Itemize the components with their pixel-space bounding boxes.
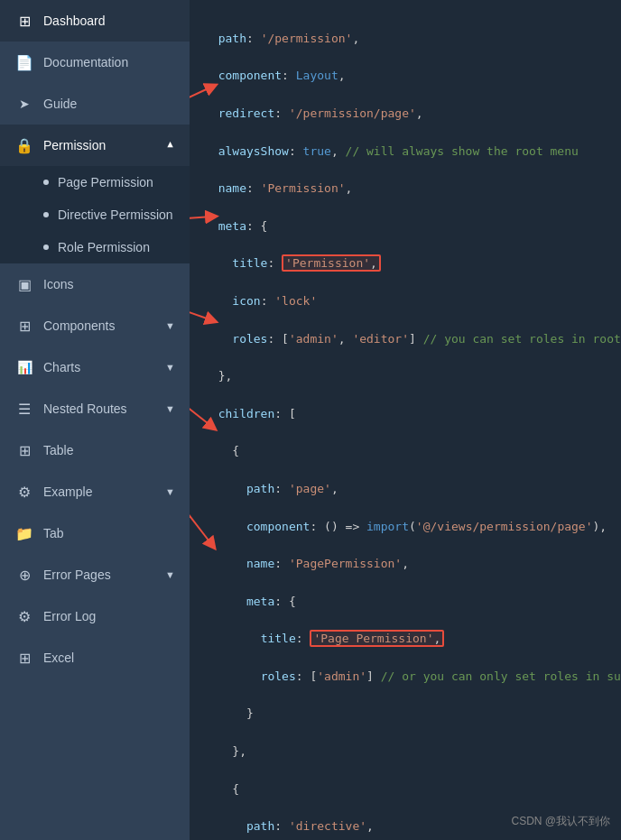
lock-icon: 🔒 (14, 135, 34, 155)
sidebar-item-documentation[interactable]: 📄 Documentation (0, 42, 190, 83)
components-icon: ⊞ (14, 316, 34, 336)
sidebar-item-table[interactable]: ⊞ Table (0, 429, 190, 471)
sidebar-label-error-pages: Error Pages (43, 568, 162, 582)
submenu-label-directive-permission: Directive Permission (58, 208, 173, 222)
nested-routes-arrow: ▼ (165, 403, 175, 414)
charts-arrow: ▼ (165, 362, 175, 373)
submenu-item-directive-permission[interactable]: Directive Permission (0, 198, 190, 231)
tab-icon: 📁 (14, 523, 34, 543)
sidebar-item-nested-routes[interactable]: ☰ Nested Routes ▼ (0, 388, 190, 429)
charts-icon: 📊 (14, 357, 34, 377)
code-line: children: [ (204, 405, 607, 424)
documentation-icon: 📄 (14, 52, 34, 72)
sidebar-label-guide: Guide (43, 97, 175, 111)
sidebar-label-dashboard: Dashboard (43, 14, 175, 28)
sidebar-item-permission[interactable]: 🔒 Permission ▼ (0, 125, 190, 166)
sidebar-item-guide[interactable]: ➤ Guide (0, 83, 190, 125)
sidebar-label-table: Table (43, 443, 175, 457)
error-pages-icon: ⊕ (14, 565, 34, 585)
sidebar-item-icons[interactable]: ▣ Icons (0, 263, 190, 305)
guide-icon: ➤ (14, 94, 34, 114)
excel-icon: ⊞ (14, 648, 34, 668)
dashboard-icon: ⊞ (14, 11, 34, 31)
submenu-label-role-permission: Role Permission (58, 240, 150, 254)
code-line: redirect: '/permission/page', (204, 105, 607, 124)
code-line: alwaysShow: true, // will always show th… (204, 143, 607, 162)
sidebar-label-excel: Excel (43, 651, 175, 665)
code-line: path: 'page', (204, 480, 607, 499)
dot-icon (43, 212, 49, 217)
code-line: roles: ['admin', 'editor'] // you can se… (204, 330, 607, 349)
dot-icon (43, 245, 49, 250)
example-arrow: ▼ (165, 486, 175, 497)
error-pages-arrow: ▼ (165, 569, 175, 580)
code-line-title-permission: title: 'Permission', (204, 254, 607, 273)
sidebar-item-components[interactable]: ⊞ Components ▼ (0, 305, 190, 346)
code-line: }, (204, 367, 607, 386)
sidebar-label-tab: Tab (43, 526, 175, 540)
sidebar: ⊞ Dashboard 📄 Documentation ➤ Guide 🔒 Pe… (0, 0, 190, 840)
sidebar-label-components: Components (43, 318, 162, 333)
code-line: meta: { (204, 217, 607, 236)
code-line: { (204, 442, 607, 461)
code-line: icon: 'lock' (204, 292, 607, 311)
table-icon: ⊞ (14, 440, 34, 460)
code-line: path: '/permission', (204, 30, 607, 49)
code-line: { (204, 780, 607, 799)
submenu-item-page-permission[interactable]: Page Permission (0, 166, 190, 198)
sidebar-item-error-log[interactable]: ⚙ Error Log (0, 595, 190, 637)
sidebar-item-charts[interactable]: 📊 Charts ▼ (0, 346, 190, 388)
code-line: name: 'PagePermission', (204, 555, 607, 574)
code-line: }, (204, 743, 607, 762)
sidebar-label-error-log: Error Log (43, 609, 175, 623)
sidebar-label-charts: Charts (43, 360, 162, 374)
components-arrow: ▼ (165, 320, 175, 331)
icons-icon: ▣ (14, 274, 34, 294)
code-area[interactable]: path: '/permission', component: Layout, … (190, 0, 621, 840)
sidebar-item-tab[interactable]: 📁 Tab (0, 512, 190, 554)
dot-icon (43, 180, 49, 185)
permission-arrow: ▼ (165, 140, 175, 151)
sidebar-label-icons: Icons (43, 277, 175, 291)
submenu-item-role-permission[interactable]: Role Permission (0, 231, 190, 263)
code-line: name: 'Permission', (204, 180, 607, 198)
code-container: path: '/permission', component: Layout, … (190, 0, 621, 840)
sidebar-label-nested-routes: Nested Routes (43, 402, 162, 416)
main-content: path: '/permission', component: Layout, … (190, 0, 621, 840)
submenu-label-page-permission: Page Permission (58, 175, 153, 189)
code-line-title-page: title: 'Page Permission', (204, 630, 607, 649)
watermark: CSDN @我认不到你 (511, 814, 610, 829)
sidebar-item-excel[interactable]: ⊞ Excel (0, 637, 190, 678)
code-line: } (204, 705, 607, 724)
permission-submenu: Page Permission Directive Permission Rol… (0, 166, 190, 263)
sidebar-item-dashboard[interactable]: ⊞ Dashboard (0, 0, 190, 42)
error-log-icon: ⚙ (14, 606, 34, 626)
code-line: component: Layout, (204, 67, 607, 86)
sidebar-label-documentation: Documentation (43, 55, 175, 69)
sidebar-label-permission: Permission (43, 138, 162, 152)
code-line: component: () => import('@/views/permiss… (204, 518, 607, 537)
code-line: meta: { (204, 593, 607, 612)
sidebar-item-error-pages[interactable]: ⊕ Error Pages ▼ (0, 554, 190, 595)
sidebar-label-example: Example (43, 485, 162, 499)
code-line: roles: ['admin'] // or you can only set … (204, 668, 607, 687)
nested-routes-icon: ☰ (14, 399, 34, 419)
example-icon: ⚙ (14, 482, 34, 502)
sidebar-item-example[interactable]: ⚙ Example ▼ (0, 471, 190, 512)
